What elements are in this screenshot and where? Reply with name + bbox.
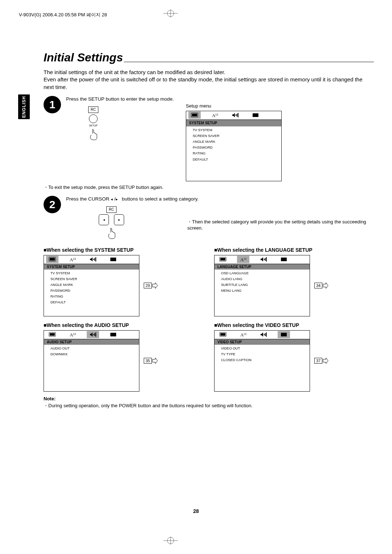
tab-audio-icon [257, 331, 270, 338]
svg-rect-20 [95, 257, 96, 262]
screen-title: SYSTEM SETUP [44, 264, 139, 270]
screen-items: VIDEO OUTTV TYPECLOSED CAPTION [215, 345, 310, 391]
tab-language-icon: A13 [209, 112, 221, 119]
rc-label: RC [88, 106, 98, 113]
tab-language-icon: A13 [237, 256, 249, 263]
svg-text:13: 13 [244, 333, 246, 335]
screen-title: SYSTEM SETUP [186, 120, 281, 126]
hand-pointer-icon [89, 129, 98, 140]
svg-text:13: 13 [244, 258, 246, 260]
setup-caption: SETUP [89, 124, 97, 128]
svg-rect-37 [110, 333, 116, 336]
tab-audio-icon [229, 112, 241, 119]
crop-mark-top-icon [160, 9, 181, 17]
svg-rect-11 [237, 114, 237, 117]
intro-text: The initial settings of the unit at the … [44, 69, 371, 91]
svg-rect-36 [95, 332, 96, 337]
setup-menu-label: Setup menu [186, 103, 374, 109]
cursor-left-glyph [111, 196, 113, 202]
step-2-badge: 2 [44, 196, 61, 213]
step-1-exit-note: ・To exit the setup mode, press the SETUP… [44, 184, 374, 191]
grid-cell: ■When selecting the SYSTEM SETUPA13SYSTE… [44, 247, 181, 316]
svg-rect-39 [220, 333, 225, 336]
setup-button-icon [89, 114, 98, 123]
svg-rect-13 [253, 113, 258, 117]
screen-title: VIDEO SETUP [215, 339, 310, 345]
tab-language-icon: A13 [66, 331, 79, 338]
screen-title: LANGUAGE SETUP [215, 264, 310, 270]
svg-text:13: 13 [73, 333, 76, 335]
title-rule [124, 62, 374, 62]
tab-video-icon [278, 331, 290, 338]
tab-system-icon [46, 331, 58, 338]
tab-language-icon: A13 [66, 256, 79, 263]
grid-cell: ■When selecting the LANGUAGE SETUPA13LAN… [214, 247, 352, 316]
svg-rect-28 [266, 257, 267, 262]
screen-items: TV SYSTEM SCREEN SAVER ANGLE MARK PASSWO… [186, 126, 281, 181]
tab-system-icon [46, 256, 58, 263]
page-ref: 34 [314, 282, 328, 289]
tab-video-icon [107, 256, 119, 263]
page-title: Initial Settings [44, 51, 124, 64]
svg-rect-45 [281, 333, 287, 336]
tab-audio-icon [87, 331, 99, 338]
setup-screen-main: A13 SYSTEM SETUP TV SYSTEM SCREEN SAVER … [186, 111, 282, 181]
screen-items: TV SYSTEMSCREEN SAVERANGLE MARKPASSWORDR… [44, 270, 139, 316]
step-1-badge: 1 [44, 96, 61, 113]
svg-rect-12 [238, 113, 238, 117]
svg-rect-23 [220, 258, 225, 260]
grid-heading: ■When selecting the LANGUAGE SETUP [214, 247, 352, 253]
svg-rect-10 [236, 114, 236, 116]
svg-rect-18 [93, 259, 94, 260]
page-ref: 29 [144, 282, 158, 289]
svg-rect-7 [192, 114, 197, 116]
svg-rect-35 [94, 333, 95, 336]
tab-video-icon [107, 331, 119, 338]
grid-heading: ■When selecting the SYSTEM SETUP [44, 247, 181, 253]
svg-rect-26 [264, 259, 265, 260]
setup-screen: A13AUDIO SETUPAUDIO OUTDOWNMIX [44, 330, 139, 392]
grid-cell: ■When selecting the VIDEO SETUPA13VIDEO … [214, 322, 352, 392]
step-2-text: Press the CURSOR / buttons to select a s… [66, 196, 374, 203]
cursor-right-button-icon: ▸ [114, 214, 124, 225]
tab-audio-icon [87, 256, 99, 263]
svg-text:13: 13 [215, 113, 218, 116]
svg-text:13: 13 [73, 258, 76, 260]
svg-rect-29 [281, 258, 287, 261]
svg-rect-19 [94, 258, 95, 261]
doc-header: V-903V(G) 2006.4.20 05:58 PM 페이지 28 [19, 12, 107, 18]
step-2-follow-note: ・Then the selected category will provide… [187, 219, 374, 231]
tab-video-icon [278, 256, 290, 263]
page-number: 28 [193, 508, 199, 514]
grid-heading: ■When selecting the AUDIO SETUP [44, 322, 181, 328]
rc-label: RC [106, 206, 117, 213]
cursor-right-glyph [116, 196, 118, 202]
svg-rect-27 [265, 258, 266, 261]
svg-rect-43 [265, 333, 266, 336]
crop-mark-bottom-icon [160, 537, 181, 545]
tab-system-icon [217, 331, 229, 338]
setup-screen: A13VIDEO SETUPVIDEO OUTTV TYPECLOSED CAP… [214, 330, 310, 392]
tab-language-icon: A13 [237, 331, 249, 338]
svg-rect-15 [50, 258, 55, 260]
setup-grid: ■When selecting the SYSTEM SETUPA13SYSTE… [44, 247, 374, 392]
page-ref: 35 [144, 357, 158, 364]
svg-rect-21 [110, 258, 116, 261]
grid-heading: ■When selecting the VIDEO SETUP [214, 322, 352, 328]
tab-video-icon [249, 112, 262, 119]
step-1-text: Press the SETUP button to enter the setu… [66, 96, 374, 103]
screen-items: AUDIO OUTDOWNMIX [44, 345, 139, 391]
svg-rect-42 [264, 334, 265, 335]
svg-rect-44 [266, 332, 267, 337]
tab-system-icon [188, 112, 201, 119]
footer-note: Note: ・During setting operation, only th… [44, 395, 374, 409]
setup-screen: A13LANGUAGE SETUPOSD LANGUAGEAUDIO LANGS… [214, 255, 310, 316]
svg-rect-31 [50, 333, 55, 336]
setup-screen: A13SYSTEM SETUPTV SYSTEMSCREEN SAVERANGL… [44, 255, 139, 316]
hand-pointer-icon [107, 227, 116, 239]
screen-title: AUDIO SETUP [44, 339, 139, 345]
tab-system-icon [217, 256, 229, 263]
tab-audio-icon [257, 256, 270, 263]
grid-cell: ■When selecting the AUDIO SETUPA13AUDIO … [44, 322, 181, 392]
svg-rect-34 [93, 334, 94, 335]
